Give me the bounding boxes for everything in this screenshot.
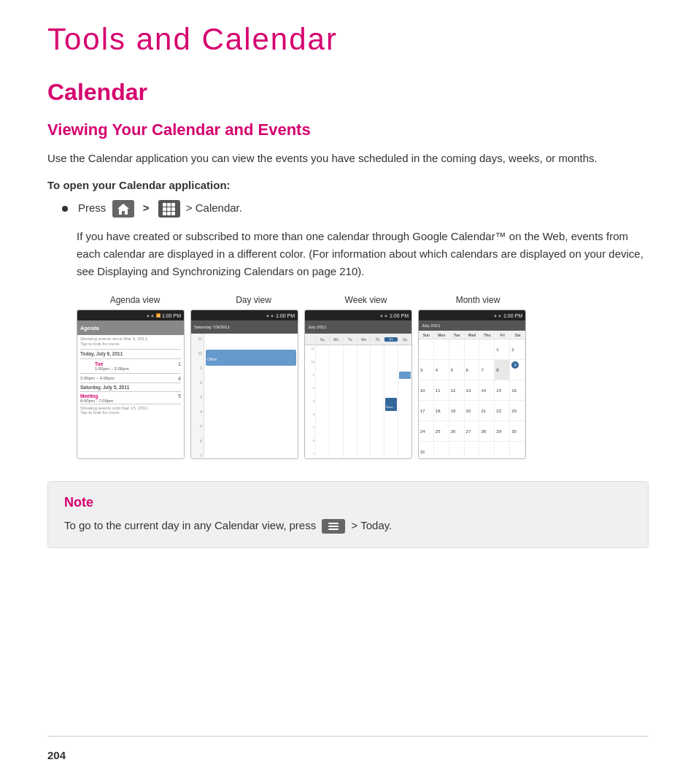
- indented-text: If you have created or subscribed to mor…: [77, 228, 649, 280]
- month-cell-w4-mo: 18: [434, 401, 449, 420]
- week-time-6: 6: [305, 439, 315, 452]
- month-week-6: 31: [419, 442, 525, 459]
- week-content: July 2011 Su Mo Tu We Th Fr Sa 1: [305, 320, 411, 458]
- month-cell-w6-we: [465, 442, 480, 459]
- agenda-tue-content: Tue 1:00pm – 2:00pm: [95, 361, 129, 371]
- week-col-sa: [398, 345, 411, 458]
- week-col-tu: [343, 345, 357, 458]
- week-day-sa: Sa: [398, 337, 411, 342]
- month-cell-w2-su: 3: [419, 360, 434, 380]
- month-cell-w1-fr: 1: [495, 339, 510, 359]
- agenda-meeting-label: Meeting: [80, 393, 113, 399]
- month-week-5: 24 25 26 27 28 29 30: [419, 421, 525, 442]
- menu-button-icon: [322, 519, 345, 534]
- agenda-screen: ▲▲ 📶 1:00 PM Agenda Showing events since…: [77, 310, 185, 459]
- agenda-num-1: 1: [178, 361, 181, 366]
- svg-marker-0: [117, 204, 129, 209]
- month-day-names: Sun Mon Tue Wed Thu Fri Sat: [419, 331, 525, 339]
- agenda-sat-row: 2:00pm – 4:00pm 4: [80, 376, 181, 381]
- month-cell-w2-we: 6: [465, 360, 480, 380]
- agenda-sat-content: 2:00pm – 4:00pm: [80, 376, 115, 380]
- agenda-statusbar: ▲▲ 📶 1:00 PM: [77, 310, 184, 320]
- month-week-1: 1 2: [419, 339, 525, 360]
- month-cell-w1-tu: [449, 339, 465, 359]
- menu-btn-line-1: [328, 523, 339, 524]
- agenda-divider-6: [80, 404, 181, 404]
- open-label: To open your Calendar application:: [47, 179, 649, 191]
- month-cell-w4-fr: 22: [495, 401, 510, 420]
- month-cell-w3-mo: 11: [434, 380, 449, 400]
- day-status-time: 1:00 PM: [276, 313, 295, 318]
- calendar-images-section: Agenda view Day view Week view Month vie…: [77, 295, 649, 459]
- month-cell-w1-we: [465, 339, 480, 359]
- week-day-mo: Mo: [329, 337, 343, 342]
- day-header-text: Saturday 7/9/2011: [194, 325, 230, 329]
- note-box: Note To go to the current day in any Cal…: [47, 481, 649, 548]
- month-cell-w5-fr: 29: [495, 421, 510, 441]
- bullet-dot: [62, 206, 68, 212]
- press-text: Press >: [78, 200, 242, 218]
- week-header-text: July 2011: [308, 325, 327, 329]
- month-cell-w5-we: 27: [465, 421, 480, 441]
- month-cell-w2-fr: 8: [495, 360, 510, 380]
- agenda-header-text: Agenda: [80, 326, 99, 331]
- label-agenda: Agenda view: [77, 295, 190, 305]
- month-grid: 1 2 3 4 5 6 7 8 9: [419, 339, 525, 459]
- month-cell-w6-sa: [510, 442, 525, 459]
- week-time-3: 3: [305, 399, 315, 412]
- month-header-bar: July 2011: [419, 320, 525, 331]
- agenda-divider-4: [80, 383, 181, 383]
- phone-screens: ▲▲ 📶 1:00 PM Agenda Showing events since…: [77, 310, 649, 459]
- grid-cell-6: [171, 207, 175, 211]
- month-cell-w5-mo: 25: [434, 421, 449, 441]
- month-cell-w4-su: 17: [419, 401, 434, 420]
- agenda-divider-5: [80, 391, 181, 392]
- menu-btn-line-3: [328, 529, 339, 530]
- subsection-title: Viewing Your Calendar and Events: [47, 120, 649, 139]
- week-day-tu: Tu: [343, 337, 357, 342]
- week-time-5: 5: [305, 426, 315, 439]
- week-body: 11 12 1 2 3 4 5 6 7: [305, 345, 411, 458]
- day-time-7: 7: [191, 452, 204, 459]
- svg-rect-2: [122, 211, 125, 215]
- week-col-mo: [329, 345, 343, 458]
- label-month: Month view: [416, 295, 529, 305]
- agenda-status-time: 1:00 PM: [162, 313, 181, 318]
- month-cell-w4-tu: 19: [449, 401, 465, 420]
- day-screen: ▲▲ 1:00 PM Saturday 7/9/2011 11 12 1 2 3: [190, 310, 298, 459]
- week-meeting-text: Meet...: [385, 404, 395, 410]
- week-time-12: 12: [305, 360, 315, 373]
- week-time-4: 4: [305, 412, 315, 426]
- menu-btn-inner: [328, 523, 339, 530]
- week-col-fr: Meet...: [384, 345, 398, 458]
- day-content: Saturday 7/9/2011 11 12 1 2 3 4 5 6 7: [191, 320, 298, 458]
- month-status-time: 1:00 PM: [503, 313, 522, 318]
- week-status-time: 1:00 PM: [390, 313, 409, 318]
- day-time-3: 3: [191, 393, 204, 408]
- week-day-fr: Fr: [384, 337, 398, 342]
- agenda-meeting-time: 6:00pm - 7:00pm: [80, 399, 113, 403]
- week-time-11: 11: [305, 347, 315, 360]
- month-cell-w1-th: [479, 339, 495, 359]
- day-statusbar: ▲▲ 1:00 PM: [191, 310, 298, 320]
- grid-cell-9: [171, 212, 175, 215]
- agenda-tue-row: Tue 1:00pm – 2:00pm 1: [80, 361, 181, 371]
- month-cell-w6-mo: [434, 442, 449, 459]
- agenda-divider-2: [80, 358, 181, 359]
- label-day: Day view: [190, 295, 303, 305]
- day-time-2: 2: [191, 379, 204, 393]
- week-sa-event: [399, 372, 411, 379]
- week-day-we: We: [357, 337, 371, 342]
- week-screen: ▲▲ 1:00 PM July 2011 Su Mo Tu We Th Fr: [304, 310, 412, 459]
- grid-cell-3: [171, 203, 175, 207]
- month-name-mon: Mon: [434, 333, 449, 337]
- day-time-5: 5: [191, 423, 204, 437]
- day-times: 11 12 1 2 3 4 5 6 7: [191, 334, 204, 458]
- month-cell-w4-sa: 23: [510, 401, 525, 420]
- agenda-sat-time: 2:00pm – 4:00pm: [80, 376, 115, 380]
- month-cell-w2-th: 7: [479, 360, 495, 380]
- note-text-before: To go to the current day in any Calendar…: [64, 519, 316, 531]
- month-cell-w5-sa: 30: [510, 421, 525, 441]
- month-statusbar: ▲▲ 1:00 PM: [419, 310, 525, 320]
- grid-cell-5: [167, 207, 171, 211]
